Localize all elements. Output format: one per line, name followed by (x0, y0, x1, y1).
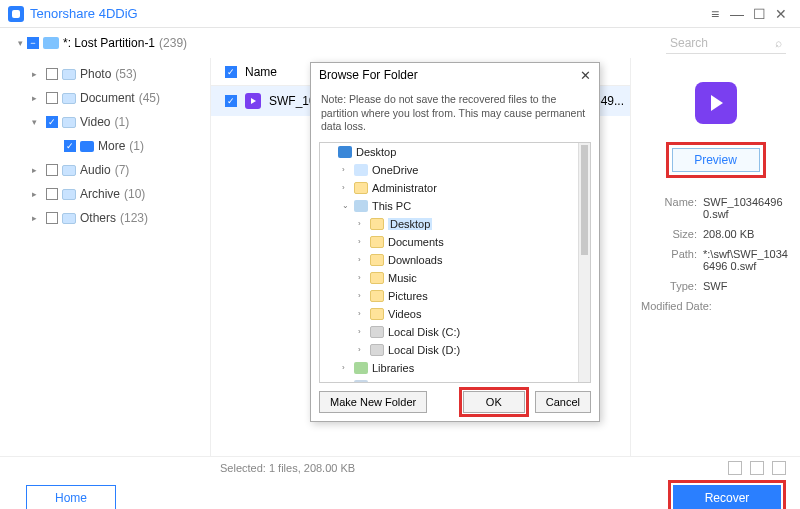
sidebar-item-others[interactable]: ▸Others (123) (14, 206, 202, 230)
sidebar-item-document[interactable]: ▸Document (45) (14, 86, 202, 110)
expand-icon[interactable]: ▸ (32, 213, 42, 223)
folder-tree-item[interactable]: ⌄This PC (320, 197, 578, 215)
folder-icon (354, 362, 368, 374)
expand-icon[interactable]: › (342, 381, 350, 382)
expand-icon[interactable]: ▸ (32, 93, 42, 103)
folder-icon (370, 326, 384, 338)
meta-name-key: Name: (641, 196, 703, 220)
meta-mod-key: Modified Date: (641, 300, 718, 312)
footer: Home Recover (0, 478, 800, 509)
highlight-preview: Preview (666, 142, 766, 178)
folder-tree-item[interactable]: ›Downloads (320, 251, 578, 269)
folder-icon (62, 211, 76, 225)
expand-icon[interactable]: › (358, 219, 366, 228)
expand-icon[interactable]: › (358, 291, 366, 300)
expand-icon[interactable]: › (342, 363, 350, 372)
folder-tree-item[interactable]: ›Local Disk (C:) (320, 323, 578, 341)
folder-tree-item[interactable]: ›Videos (320, 305, 578, 323)
expand-icon[interactable]: ⌄ (342, 201, 350, 210)
sidebar-item-label: Video (80, 115, 110, 129)
checkbox[interactable]: ✓ (46, 116, 58, 128)
sidebar-item-audio[interactable]: ▸Audio (7) (14, 158, 202, 182)
breadcrumb[interactable]: ▾ − *: Lost Partition-1 (239) (0, 36, 210, 50)
close-button[interactable]: ✕ (770, 3, 792, 25)
toolbar-row: ▾ − *: Lost Partition-1 (239) Search ⌕ (0, 28, 800, 58)
folder-tree-item[interactable]: ›OneDrive (320, 161, 578, 179)
folder-icon (370, 272, 384, 284)
make-new-folder-button[interactable]: Make New Folder (319, 391, 427, 413)
dialog-close-button[interactable]: ✕ (580, 68, 591, 83)
checkbox[interactable] (46, 212, 58, 224)
expand-icon[interactable]: ▸ (32, 165, 42, 175)
row-checkbox[interactable]: ✓ (225, 95, 237, 107)
browse-folder-dialog: Browse For Folder ✕ Note: Please do not … (310, 62, 600, 422)
search-input[interactable]: Search ⌕ (666, 32, 786, 54)
folder-tree-item[interactable]: ›Libraries (320, 359, 578, 377)
folder-label: OneDrive (372, 164, 418, 176)
file-type-icon (695, 82, 737, 124)
folder-icon (62, 163, 76, 177)
menu-icon[interactable]: ≡ (704, 3, 726, 25)
recover-button[interactable]: Recover (673, 485, 781, 509)
partition-label: *: Lost Partition-1 (63, 36, 155, 50)
view-list-icon[interactable] (728, 461, 742, 475)
expand-icon[interactable]: › (342, 183, 350, 192)
dialog-title: Browse For Folder (319, 68, 418, 82)
expand-icon[interactable]: ▸ (32, 69, 42, 79)
folder-icon (370, 236, 384, 248)
folder-icon (354, 182, 368, 194)
folder-icon (370, 308, 384, 320)
column-name[interactable]: Name (245, 65, 277, 79)
folder-tree-item[interactable]: ›Documents (320, 233, 578, 251)
expand-icon[interactable]: › (358, 255, 366, 264)
checkbox[interactable]: ✓ (64, 140, 76, 152)
folder-tree-item[interactable]: ›Desktop (320, 215, 578, 233)
folder-tree-item[interactable]: ›Local Disk (D:) (320, 341, 578, 359)
folder-icon (62, 187, 76, 201)
cancel-button[interactable]: Cancel (535, 391, 591, 413)
meta-path-key: Path: (641, 248, 703, 272)
view-detail-icon[interactable] (772, 461, 786, 475)
home-button[interactable]: Home (26, 485, 116, 509)
checkbox[interactable] (46, 164, 58, 176)
ok-button[interactable]: OK (463, 391, 525, 413)
meta-mod-val (718, 300, 790, 312)
expand-icon[interactable]: ▾ (32, 117, 42, 127)
meta-path-val: *:\swf\SWF_10346496 0.swf (703, 248, 790, 272)
sidebar-item-video[interactable]: ▾✓Video (1) (14, 110, 202, 134)
folder-tree-item[interactable]: ›Network (320, 377, 578, 382)
expand-icon[interactable]: › (358, 345, 366, 354)
view-grid-icon[interactable] (750, 461, 764, 475)
minimize-button[interactable]: — (726, 3, 748, 25)
folder-tree-item[interactable]: ›Administrator (320, 179, 578, 197)
sidebar-item-label: More (98, 139, 125, 153)
sidebar: ▸Photo (53)▸Document (45)▾✓Video (1)✓Mor… (0, 58, 210, 456)
checkbox[interactable] (46, 92, 58, 104)
sidebar-item-photo[interactable]: ▸Photo (53) (14, 62, 202, 86)
scrollbar[interactable] (578, 143, 590, 382)
preview-button[interactable]: Preview (672, 148, 760, 172)
expand-icon[interactable]: › (358, 273, 366, 282)
expand-icon[interactable]: › (358, 309, 366, 318)
dialog-note: Note: Please do not save the recovered f… (311, 87, 599, 142)
select-all-checkbox[interactable]: ✓ (225, 66, 237, 78)
folder-tree-item[interactable]: ›Pictures (320, 287, 578, 305)
folder-icon (80, 139, 94, 153)
checkbox[interactable] (46, 68, 58, 80)
expand-icon[interactable]: › (342, 165, 350, 174)
meta-name-val: SWF_10346496 0.swf (703, 196, 790, 220)
folder-tree-item[interactable]: Desktop (320, 143, 578, 161)
search-placeholder: Search (670, 36, 708, 50)
expand-icon[interactable]: › (358, 237, 366, 246)
folder-tree-item[interactable]: ›Music (320, 269, 578, 287)
folder-icon (370, 218, 384, 230)
sidebar-item-archive[interactable]: ▸Archive (10) (14, 182, 202, 206)
folder-icon (62, 115, 76, 129)
checkbox[interactable] (46, 188, 58, 200)
expand-icon[interactable]: ▸ (32, 189, 42, 199)
sidebar-item-more[interactable]: ✓More (1) (14, 134, 202, 158)
expand-icon[interactable]: › (358, 327, 366, 336)
maximize-button[interactable]: ☐ (748, 3, 770, 25)
partition-count: (239) (159, 36, 187, 50)
sidebar-item-label: Photo (80, 67, 111, 81)
